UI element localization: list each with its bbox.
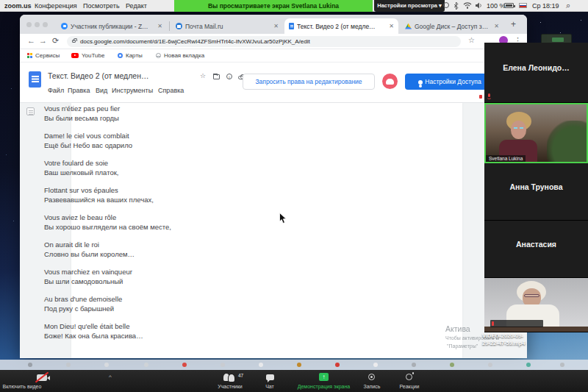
person-icon: [418, 80, 423, 85]
request-edit-access-button[interactable]: Запросить права на редактирование: [243, 74, 375, 90]
participant-glasses: [524, 294, 539, 297]
document-title[interactable]: Текст. Видео 2 (от медлен…: [48, 71, 149, 80]
menubar-app-name[interactable]: zoom.us: [4, 2, 32, 10]
star-document-icon[interactable]: ☆: [200, 72, 206, 79]
start-video-button[interactable]: Включить видео: [0, 384, 81, 389]
tab-close-icon[interactable]: ✕: [494, 23, 499, 29]
new-tab-button[interactable]: +: [511, 19, 516, 29]
document-canvas: Vous n'étiez pas peu fierВы были весьма …: [20, 103, 527, 358]
record-button[interactable]: Запись: [356, 384, 387, 389]
couplet: Vous aviez le beau rôleВы хорошо выгляде…: [44, 213, 171, 232]
participant-face: [511, 121, 526, 139]
tab-close-icon[interactable]: ✕: [157, 23, 162, 29]
muted-mic-icon: [487, 93, 491, 99]
lock-icon: [72, 40, 76, 43]
docs-menu-help[interactable]: Справка: [158, 87, 184, 94]
address-bar[interactable]: docs.google.com/document/d/1E-6wjCecRwI4…: [67, 36, 461, 47]
drive-favicon: [405, 24, 412, 29]
window-zoom-button[interactable]: [43, 22, 48, 27]
docs-header: Текст. Видео 2 (от медлен… ☆ i Файл Прав…: [20, 63, 527, 103]
macos-dock[interactable]: [0, 360, 588, 370]
spotlight-search-icon[interactable]: ⌕: [566, 1, 570, 10]
bookmark-maps[interactable]: Карты: [118, 52, 143, 59]
participants-icon[interactable]: [223, 374, 237, 382]
window-close-button[interactable]: [26, 22, 32, 27]
tab-close-icon[interactable]: ✕: [389, 23, 394, 29]
forward-button[interactable]: →: [39, 36, 47, 45]
status-circle-icon[interactable]: [443, 2, 449, 8]
participant-tile-anna[interactable]: Анна Трунова: [484, 163, 588, 221]
couplet: Vous marchiez en vainqueurВы шли самодов…: [44, 268, 171, 286]
participant-name: Анастасия: [484, 240, 588, 249]
participant-video-bottom[interactable]: [484, 278, 588, 332]
document-outline-icon[interactable]: [26, 107, 35, 115]
docs-menu-file[interactable]: Файл: [48, 87, 64, 94]
record-icon[interactable]: [368, 374, 375, 380]
mouse-cursor: [279, 213, 287, 224]
activation-watermark-line1: Актива: [445, 324, 470, 333]
docs-menu-edit[interactable]: Правка: [68, 87, 90, 94]
menubar-menu-view[interactable]: Посмотреть: [83, 2, 120, 10]
browser-window: Участник публикации - Z… ✕ Почта Mail.ru…: [20, 15, 527, 358]
glasses-glint: [514, 127, 517, 129]
reactions-button[interactable]: Реакции: [390, 384, 429, 389]
keyboard-layout-flag-icon[interactable]: [519, 3, 527, 8]
menubar-menu-conference[interactable]: Конференция: [35, 2, 77, 10]
tab-mail[interactable]: Почта Mail.ru ✕: [171, 18, 283, 34]
back-button[interactable]: ←: [27, 36, 35, 45]
reactions-icon[interactable]: [406, 374, 412, 380]
share-settings-button[interactable]: Настройки Доступа: [405, 74, 495, 90]
participants-count: 47: [238, 373, 243, 378]
participant-name-label: Svetlana Lukina: [486, 155, 526, 162]
bookmarks-bar: Сервисы YouTube Карты Новая вкладка: [20, 49, 527, 63]
tab-docs-active[interactable]: Текст. Видео 2 (от медле… ✕: [284, 18, 398, 34]
menubar-clock[interactable]: Ср 18:19: [532, 2, 559, 10]
volume-icon[interactable]: [476, 2, 483, 9]
chat-icon[interactable]: [266, 374, 274, 380]
participants-button[interactable]: Участники: [201, 384, 259, 389]
video-options-chevron-icon[interactable]: ^: [109, 374, 112, 380]
docs-favicon: [289, 23, 294, 29]
chat-button[interactable]: Чат: [255, 384, 284, 389]
view-settings-dropdown[interactable]: Настройки просмотра ▾: [374, 0, 445, 12]
tab-strip: Участник публикации - Z… ✕ Почта Mail.ru…: [20, 15, 527, 34]
participant-tile-anastasia[interactable]: Анастасия: [484, 221, 588, 278]
docs-menu-view[interactable]: Вид: [96, 87, 107, 94]
video-file-caption: VIDEO-2020-09- 29-22-47-59.mp4: [482, 332, 525, 347]
document-text[interactable]: Vous n'étiez pas peu fierВы были весьма …: [44, 104, 171, 349]
background-plant: [547, 121, 588, 163]
bookmark-youtube[interactable]: YouTube: [71, 52, 104, 59]
tab-zoom-participant[interactable]: Участник публикации - Z… ✕: [57, 18, 167, 34]
screen-share-icon[interactable]: ↑: [319, 373, 329, 381]
zoom-participants-panel: Елена Леонидо… Svetlana Lukina Анна Трун…: [484, 43, 588, 332]
google-docs-icon[interactable]: [29, 71, 41, 88]
tab-drive[interactable]: Google Диск – Доступ зап… ✕: [401, 18, 503, 34]
apps-grid-icon: [27, 53, 32, 58]
couplet: On aurait dit le roiСловно вы были корол…: [44, 240, 171, 259]
docs-menu-tools[interactable]: Инструменты: [112, 87, 153, 94]
bluetooth-icon[interactable]: [453, 2, 459, 10]
mail-favicon: [176, 23, 182, 29]
couplet: Mon Dieu! qu'elle était belleБоже! Как о…: [44, 322, 171, 341]
bookmark-new-tab[interactable]: Новая вкладка: [156, 52, 204, 59]
menubar-menu-edit[interactable]: Редакт: [126, 2, 147, 10]
participant-video-svetlana[interactable]: Svetlana Lukina: [484, 103, 588, 163]
tab-close-icon[interactable]: ✕: [273, 23, 279, 29]
notification-dot: [479, 95, 482, 99]
globe-icon: [156, 53, 161, 58]
zoom-favicon: [61, 23, 68, 29]
maps-pin-icon: [118, 53, 123, 58]
bookmark-services[interactable]: Сервисы: [27, 52, 60, 59]
move-folder-icon[interactable]: [213, 74, 220, 79]
window-minimize-button[interactable]: [35, 22, 40, 27]
bookmark-star-icon[interactable]: ☆: [468, 36, 475, 44]
screen-share-button[interactable]: Демонстрация экрана: [288, 384, 359, 389]
participant-tile-elena[interactable]: Елена Леонидо…: [484, 43, 588, 103]
account-avatar[interactable]: [382, 74, 398, 89]
wifi-icon[interactable]: [463, 2, 472, 9]
screen: zoom.us Конференция Посмотреть Редакт Вы…: [0, 0, 588, 392]
participant-name: Елена Леонидо…: [484, 63, 588, 72]
battery-icon[interactable]: [504, 3, 514, 8]
reload-button[interactable]: ⟳: [52, 36, 59, 46]
document-status-icon[interactable]: i: [226, 74, 232, 79]
